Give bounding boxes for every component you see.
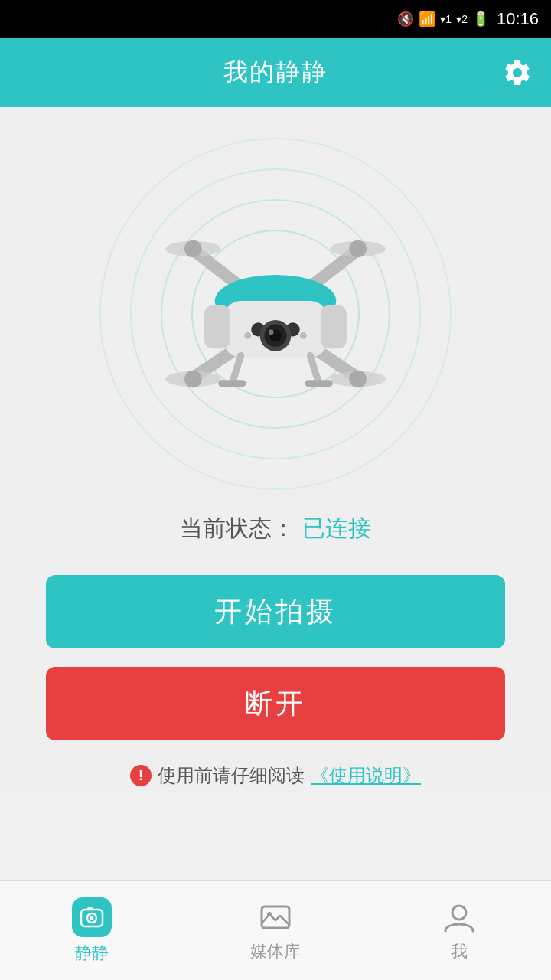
- status-bar: 🔇 📶 ▾1 ▾2 🔋 10:16: [0, 0, 551, 38]
- status-time: 10:16: [497, 9, 539, 29]
- nav-item-jing[interactable]: 静静: [0, 881, 184, 980]
- bottom-nav: 静静 媒体库 我: [0, 880, 551, 980]
- svg-rect-14: [204, 305, 230, 349]
- app-title: 我的静静: [223, 56, 328, 90]
- media-icon: [257, 899, 294, 936]
- status-row: 当前状态： 已连接: [180, 513, 371, 544]
- svg-point-26: [244, 332, 251, 339]
- user-icon: [441, 899, 478, 936]
- nav-item-media[interactable]: 媒体库: [184, 881, 367, 980]
- svg-point-34: [452, 906, 466, 920]
- signal1-icon: ▾1: [440, 13, 452, 25]
- svg-point-33: [267, 912, 272, 916]
- jing-camera-icon: [79, 904, 105, 930]
- start-capture-button[interactable]: 开始拍摄: [46, 575, 505, 648]
- settings-button[interactable]: [502, 57, 533, 88]
- svg-point-7: [349, 240, 367, 258]
- svg-point-21: [269, 329, 274, 335]
- user-svg-icon: [441, 899, 478, 936]
- warning-icon: !: [130, 765, 152, 786]
- svg-line-23: [310, 355, 318, 383]
- jing-icon: [72, 897, 112, 937]
- notice-row: ! 使用前请仔细阅读 《使用说明》: [130, 763, 421, 788]
- svg-rect-31: [87, 907, 93, 910]
- drone-image: [145, 184, 406, 444]
- svg-point-5: [184, 240, 202, 258]
- svg-rect-15: [321, 305, 347, 349]
- top-bar: 我的静静: [0, 38, 551, 107]
- gear-icon: [502, 57, 533, 88]
- status-label: 当前状态：: [180, 513, 295, 544]
- svg-point-27: [300, 332, 307, 339]
- nav-label-media: 媒体库: [250, 940, 301, 963]
- status-value: 已连接: [302, 513, 371, 544]
- notice-link[interactable]: 《使用说明》: [311, 763, 421, 788]
- media-svg-icon: [257, 899, 294, 936]
- nav-label-jing: 静静: [75, 942, 109, 965]
- nav-label-me: 我: [451, 940, 468, 963]
- signal2-icon: ▾2: [456, 13, 468, 25]
- status-icons: 🔇 📶 ▾1 ▾2 🔋 10:16: [397, 9, 539, 29]
- battery-icon: 🔋: [472, 11, 489, 28]
- svg-point-9: [184, 371, 202, 388]
- wifi-icon: 📶: [419, 11, 435, 28]
- disconnect-button[interactable]: 断开: [46, 667, 505, 740]
- notice-text: 使用前请仔细阅读: [158, 763, 305, 788]
- drone-image-area: [92, 130, 459, 498]
- svg-point-30: [90, 916, 94, 920]
- mute-icon: 🔇: [397, 11, 414, 28]
- main-content: 当前状态： 已连接 开始拍摄 断开 ! 使用前请仔细阅读 《使用说明》: [0, 107, 551, 788]
- svg-line-22: [232, 355, 240, 383]
- nav-item-me[interactable]: 我: [367, 881, 551, 980]
- svg-point-11: [349, 371, 367, 388]
